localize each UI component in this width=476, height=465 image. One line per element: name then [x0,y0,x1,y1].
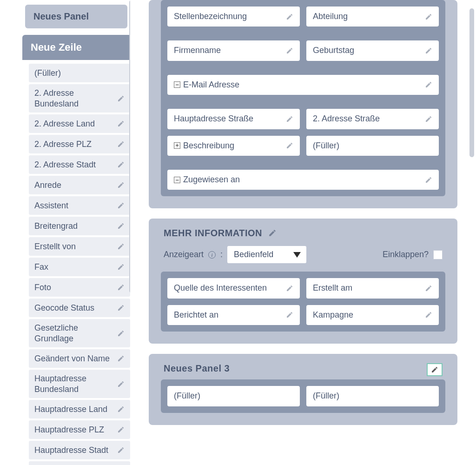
panel-inner: (Füller) (Füller) [161,379,445,412]
pencil-icon[interactable] [117,140,125,148]
pencil-icon[interactable] [117,181,125,189]
panel-title: Neues Panel 3 [164,363,230,374]
pencil-icon[interactable] [117,330,125,337]
field-fueller[interactable]: (Füller) [306,136,439,156]
panel-edit-button[interactable] [427,363,443,376]
field-email-adresse[interactable]: −E-Mail Adresse [167,75,439,95]
pencil-icon[interactable] [286,285,293,292]
field-joomla-konto-id[interactable]: Joomla-Konto-ID [29,461,130,465]
pencil-icon[interactable] [117,222,125,230]
sidebar: Neues Panel Neue Zeile (Füller) 2. Adres… [0,0,130,465]
field-stellenbezeichnung[interactable]: Stellenbezeichnung [167,7,300,27]
field-assistent[interactable]: Assistent [29,196,130,215]
pencil-icon[interactable] [117,446,125,454]
new-row-button[interactable]: Neue Zeile [22,35,130,60]
field-2-adresse-stadt[interactable]: 2. Adresse Stadt [29,155,130,174]
pencil-icon[interactable] [117,426,125,433]
panel-1: Stellenbezeichnung Abteilung Firmenname … [149,0,457,208]
collapse-icon[interactable]: − [174,177,180,183]
sidebar-scrollbar[interactable] [129,0,130,293]
field-2-adresse-strasse[interactable]: 2. Adresse Straße [306,109,439,129]
pencil-icon[interactable] [425,311,432,319]
pencil-icon[interactable] [117,263,125,271]
pencil-icon[interactable] [117,405,125,413]
panel-inner: Stellenbezeichnung Abteilung Firmenname … [161,0,445,196]
field-hauptadresse-plz[interactable]: Hauptadresse PLZ [29,420,130,439]
panel-mehr-information: MEHR INFORMATION Anzeigeart i : Bedienfe… [149,219,457,344]
field-firmenname[interactable]: Firmenname [167,40,300,60]
field-2-adresse-bundesland[interactable]: 2. Adresse Bundesland [29,84,130,113]
field-zugewiesen-an[interactable]: −Zugewiesen an [167,170,439,190]
field-gesetzliche-grundlage[interactable]: Gesetzliche Grundlage [29,319,130,347]
field-beschreibung[interactable]: +Beschreibung [167,136,300,156]
pencil-icon[interactable] [117,304,125,312]
pencil-icon[interactable] [286,311,293,319]
field-abteilung[interactable]: Abteilung [306,7,439,27]
pencil-icon[interactable] [117,161,125,168]
pencil-icon[interactable] [286,142,293,149]
field-2-adresse-land[interactable]: 2. Adresse Land [29,114,130,133]
field-breitengrad[interactable]: Breitengrad [29,217,130,235]
field-erstellt-von[interactable]: Erstellt von [29,237,130,256]
main-scrollbar[interactable] [469,8,474,157]
layout-editor: Stellenbezeichnung Abteilung Firmenname … [149,0,476,465]
field-fueller[interactable]: (Füller) [29,64,130,82]
field-hauptadresse-bundesland[interactable]: Hauptadresse Bundesland [29,370,130,398]
pencil-icon[interactable] [286,13,293,20]
pencil-icon[interactable] [117,243,125,250]
pencil-icon[interactable] [286,47,293,54]
field-hauptadresse-strasse[interactable]: Hauptadresse Straße [167,109,300,129]
field-berichtet-an[interactable]: Berichtet an [167,305,300,325]
pencil-icon[interactable] [425,115,432,123]
collapse-label: Einklappen? [383,250,429,259]
field-fax[interactable]: Fax [29,258,130,276]
pencil-icon[interactable] [117,120,125,127]
field-anrede[interactable]: Anrede [29,176,130,194]
field-2-adresse-plz[interactable]: 2. Adresse PLZ [29,135,130,153]
panel-header: Neues Panel 3 [161,354,445,379]
new-panel-button[interactable]: Neues Panel [25,5,127,28]
display-type-select[interactable]: Bedienfeld [227,246,306,263]
pencil-icon[interactable] [117,284,125,291]
field-erstellt-am[interactable]: Erstellt am [306,278,439,298]
field-kampagne[interactable]: Kampagne [306,305,439,325]
pencil-icon[interactable] [117,380,125,388]
pencil-icon[interactable] [425,81,432,88]
panel-inner: Quelle des Interessenten Erstellt am Ber… [161,272,445,332]
display-type-label: Anzeigeart [164,250,204,259]
info-icon[interactable]: i [208,251,216,259]
expand-icon[interactable]: + [174,142,180,149]
collapse-checkbox[interactable] [433,250,443,259]
field-hauptadresse-stadt[interactable]: Hauptadresse Stadt [29,441,130,459]
pencil-icon [431,366,438,373]
field-geaendert-von-name[interactable]: Geändert von Name [29,349,130,368]
pencil-icon[interactable] [117,202,125,209]
field-foto[interactable]: Foto [29,278,130,297]
pencil-icon[interactable] [425,176,432,184]
pencil-icon[interactable] [286,115,293,123]
field-geocode-status[interactable]: Geocode Status [29,299,130,317]
field-fueller[interactable]: (Füller) [167,386,300,406]
panel-header: MEHR INFORMATION Anzeigeart i : Bedienfe… [161,219,445,272]
field-quelle-des-interessenten[interactable]: Quelle des Interessenten [167,278,300,298]
chevron-down-icon [293,252,301,258]
pencil-icon[interactable] [425,47,432,54]
panel-title: MEHR INFORMATION [164,228,262,239]
panel-neues-panel-3: Neues Panel 3 (Füller) (Füller) [149,354,457,425]
pencil-icon[interactable] [117,355,125,362]
available-fields-list: (Füller) 2. Adresse Bundesland 2. Adress… [29,64,126,465]
pencil-icon[interactable] [425,285,432,292]
pencil-icon[interactable] [117,95,125,102]
field-hauptadresse-land[interactable]: Hauptadresse Land [29,400,130,418]
field-geburtstag[interactable]: Geburtstag [306,40,439,60]
pencil-icon[interactable] [268,229,277,237]
field-fueller[interactable]: (Füller) [306,386,439,406]
collapse-icon[interactable]: − [174,81,180,88]
pencil-icon[interactable] [425,13,432,20]
